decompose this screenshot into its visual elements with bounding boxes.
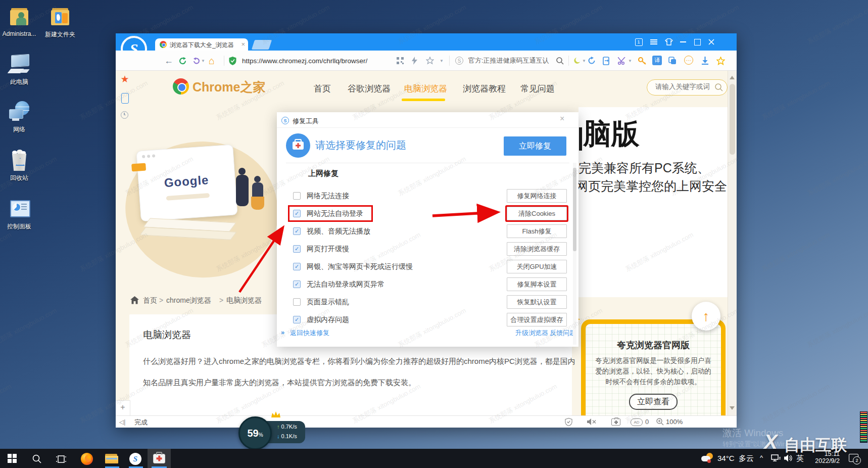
repair-action-button[interactable]: 修复网络连接 bbox=[507, 189, 567, 203]
desktop-icon-recycle-bin[interactable]: 回收站 bbox=[0, 150, 40, 182]
back-icon[interactable]: ← bbox=[164, 56, 173, 66]
taskbar-repair-tool-icon[interactable] bbox=[153, 453, 165, 464]
star-dropdown-icon[interactable]: ▼ bbox=[440, 56, 444, 66]
scissors-dropdown-icon[interactable]: ▼ bbox=[628, 56, 632, 66]
tray-action-center-icon[interactable]: 2 bbox=[849, 454, 859, 462]
taskbar-explorer-icon[interactable] bbox=[105, 454, 118, 464]
undo-icon[interactable] bbox=[192, 56, 201, 66]
desktop-icon-control-panel[interactable]: 控制面板 bbox=[0, 198, 40, 231]
tab-close-icon[interactable]: × bbox=[241, 40, 245, 48]
send-to-phone-icon[interactable] bbox=[603, 56, 609, 66]
new-tab-button[interactable] bbox=[252, 40, 272, 50]
repair-checkbox[interactable] bbox=[293, 263, 301, 270]
nav-home[interactable]: 首页 bbox=[314, 83, 331, 95]
tray-weather-icon[interactable] bbox=[701, 453, 714, 464]
night-mode-moon-icon[interactable] bbox=[573, 56, 581, 66]
collapse-sidebar-icon[interactable]: ◁| bbox=[119, 418, 125, 426]
back-to-top-button[interactable]: ↑ bbox=[692, 302, 720, 331]
task-view-icon[interactable] bbox=[56, 454, 67, 464]
sidebar-add-icon[interactable]: + bbox=[116, 402, 130, 412]
tab-count-badge[interactable]: 1 bbox=[634, 37, 643, 46]
page-scrollbar-thumb[interactable] bbox=[730, 84, 735, 155]
quark-view-button[interactable]: 立即查看 bbox=[629, 394, 678, 410]
repair-checkbox[interactable] bbox=[293, 245, 301, 253]
site-search-input[interactable] bbox=[654, 82, 712, 91]
dialog-scrollbar[interactable] bbox=[573, 163, 576, 345]
qr-code-icon[interactable] bbox=[397, 56, 404, 66]
sync-icon[interactable] bbox=[588, 56, 596, 66]
desktop-icon-network[interactable]: 网络 bbox=[0, 101, 40, 134]
tray-weather-desc[interactable]: 多云 bbox=[739, 454, 754, 463]
sidebar-mobile-icon[interactable] bbox=[121, 93, 129, 104]
upgrade-browser-link[interactable]: 升级浏览器 bbox=[515, 329, 548, 338]
nav-faq[interactable]: 常见问题 bbox=[520, 83, 555, 95]
feedback-link[interactable]: 反馈问题 bbox=[550, 329, 576, 338]
page-scrollbar[interactable] bbox=[728, 71, 737, 415]
desktop-icon-this-pc[interactable]: 此电脑 bbox=[0, 54, 40, 86]
nav-google-browser[interactable]: 谷歌浏览器 bbox=[348, 83, 391, 95]
skin-theme-icon[interactable] bbox=[664, 37, 673, 46]
repair-action-button[interactable]: 修复脚本设置 bbox=[507, 277, 567, 291]
undo-dropdown-icon[interactable]: ▼ bbox=[201, 56, 205, 66]
breadcrumb-home-icon[interactable] bbox=[130, 296, 139, 304]
taskbar-sogou-icon[interactable]: S bbox=[129, 453, 141, 465]
status-shield-icon[interactable] bbox=[565, 418, 572, 426]
flash-lightning-icon[interactable] bbox=[412, 56, 417, 66]
translate-icon[interactable]: 译 bbox=[652, 56, 662, 65]
dialog-scrollbar-thumb[interactable] bbox=[573, 168, 576, 251]
taskbar-search-icon[interactable] bbox=[31, 453, 42, 464]
back-quick-repair-link[interactable]: 返回快速修复 bbox=[290, 329, 329, 338]
favorite-star-icon[interactable] bbox=[426, 56, 434, 66]
breadcrumb-home[interactable]: 首页 bbox=[143, 296, 157, 305]
omnibox-search-text[interactable]: 官方:正推进健康码互通互认 bbox=[468, 56, 549, 66]
repair-action-button[interactable]: Flash修复 bbox=[507, 224, 567, 238]
desktop-icon-admin-folder[interactable]: Administra... bbox=[0, 6, 40, 37]
download-icon[interactable] bbox=[701, 56, 709, 66]
menu-icon[interactable] bbox=[649, 37, 658, 46]
repair-action-button[interactable]: 恢复默认设置 bbox=[507, 295, 567, 309]
status-mute-icon[interactable] bbox=[587, 418, 596, 425]
nav-pc-browser[interactable]: 电脑浏览器 bbox=[404, 83, 447, 95]
sidebar-history-clock-icon[interactable] bbox=[121, 111, 128, 119]
tray-temperature[interactable]: 34°C bbox=[717, 454, 735, 462]
status-zoom-value[interactable]: 100% bbox=[666, 418, 683, 426]
tray-hidden-icons-chevron[interactable]: ^ bbox=[760, 454, 763, 461]
more-tools-icon[interactable]: ⋯ bbox=[684, 56, 693, 65]
repair-checkbox[interactable] bbox=[293, 316, 301, 323]
url-text[interactable]: https://www.chromezj.com/chrllq/browser/ bbox=[242, 56, 367, 66]
status-ad-icon[interactable]: AD bbox=[631, 418, 643, 426]
repair-checkbox[interactable] bbox=[293, 298, 301, 306]
repair-action-button[interactable]: 清除Cookies bbox=[507, 207, 567, 220]
maximize-button[interactable] bbox=[693, 37, 702, 46]
breadcrumb-item2[interactable]: 电脑浏览器 bbox=[226, 296, 262, 305]
home-icon[interactable]: ⌂ bbox=[209, 56, 215, 66]
site-search-box[interactable] bbox=[647, 79, 728, 96]
site-logo-text[interactable]: Chrome之家 bbox=[192, 79, 265, 96]
refresh-icon[interactable] bbox=[178, 56, 187, 66]
dialog-close-icon[interactable]: × bbox=[560, 114, 564, 123]
breadcrumb-item1[interactable]: chrome浏览器 bbox=[166, 296, 211, 305]
minimize-button[interactable] bbox=[679, 37, 688, 46]
security-shield-icon[interactable] bbox=[229, 56, 236, 66]
close-button[interactable] bbox=[707, 37, 716, 46]
site-logo-chrome-icon[interactable] bbox=[173, 78, 189, 95]
browser-tab[interactable]: 浏览器下载大全_浏览器 × bbox=[155, 38, 248, 51]
repair-action-button[interactable]: 清除浏览器缓存 bbox=[507, 242, 567, 256]
tray-network-icon[interactable] bbox=[771, 454, 781, 462]
password-key-icon[interactable] bbox=[638, 56, 647, 66]
repair-checkbox[interactable] bbox=[293, 227, 301, 235]
repair-action-button[interactable]: 关闭GPU加速 bbox=[507, 260, 567, 273]
repair-checkbox[interactable] bbox=[293, 192, 301, 200]
repair-checkbox[interactable] bbox=[293, 210, 301, 217]
taskbar-firefox-icon[interactable] bbox=[81, 453, 93, 465]
site-search-icon[interactable] bbox=[715, 83, 723, 91]
status-zoom-icon[interactable] bbox=[656, 418, 664, 426]
moon-dropdown-icon[interactable]: ▼ bbox=[582, 56, 586, 66]
repair-now-button[interactable]: 立即修复 bbox=[504, 136, 566, 156]
start-button[interactable] bbox=[7, 454, 17, 463]
bookmark-star-icon[interactable] bbox=[716, 56, 725, 66]
repair-checkbox[interactable] bbox=[293, 280, 301, 288]
repair-action-button[interactable]: 合理设置虚拟缓存 bbox=[507, 313, 567, 326]
download-progress-badge[interactable]: 59% bbox=[238, 416, 272, 450]
desktop-icon-new-folder[interactable]: 新建文件夹 bbox=[39, 6, 81, 39]
